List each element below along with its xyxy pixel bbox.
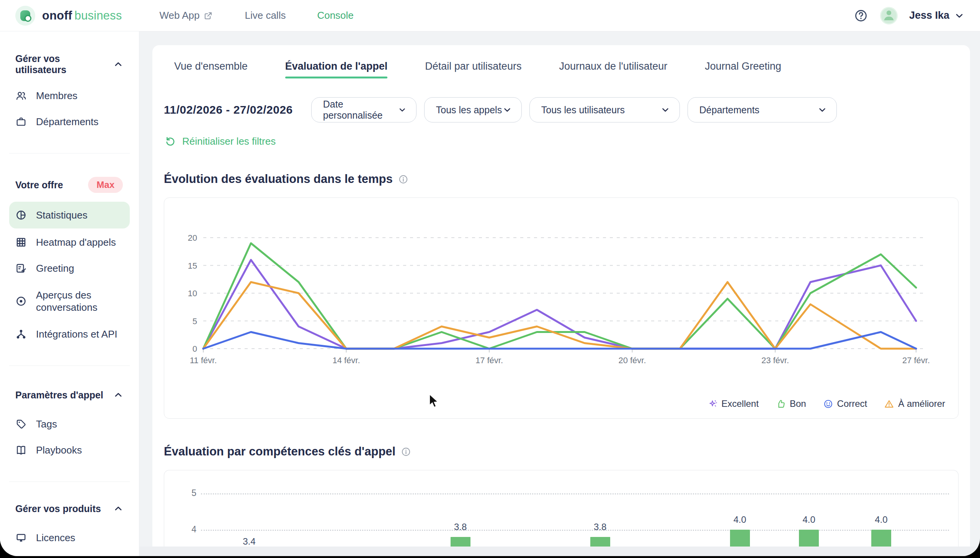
legend-item-correct: Correct <box>823 399 867 409</box>
chevron-up-icon <box>113 503 124 514</box>
avatar[interactable] <box>880 7 898 25</box>
nav-link-live-calls[interactable]: Live calls <box>245 10 286 21</box>
user-name: Jess Ika <box>909 10 949 21</box>
nav-label: Console <box>317 10 353 21</box>
sidebar-item-tags[interactable]: Tags <box>9 412 130 436</box>
dropdown-value: Départements <box>699 105 760 116</box>
tab-journal-greeting[interactable]: Journal Greeting <box>705 61 781 79</box>
svg-text:14 févr.: 14 févr. <box>332 356 360 365</box>
sidebar-heading[interactable]: Paramètres d'appel <box>9 389 130 401</box>
logo[interactable]: onoffbusiness <box>15 6 122 26</box>
offer-badge: Max <box>88 177 123 193</box>
svg-text:0: 0 <box>192 344 197 354</box>
tab-journaux-de-l-utilisateur[interactable]: Journaux de l'utilisateur <box>559 61 667 79</box>
chevron-down-icon <box>954 10 965 21</box>
reset-icon <box>164 136 176 147</box>
logo-text: onoffbusiness <box>42 9 122 23</box>
evolution-section-title: Évolution des évaluations dans le temps <box>164 172 959 186</box>
main-area: Vue d'ensembleÉvaluation de l'appelDétai… <box>140 31 980 556</box>
legend-item-bon: Bon <box>776 399 806 409</box>
sidebar: Gérer vos utilisateursMembresDépartement… <box>0 31 140 556</box>
svg-text:27 févr.: 27 févr. <box>902 356 930 365</box>
sidebar-item-label: Départements <box>36 116 98 128</box>
skills-title-text: Évaluation par compétences clés d'appel <box>164 445 396 458</box>
sidebar-divider <box>9 366 130 366</box>
reset-filters-button[interactable]: Réinitialiser les filtres <box>164 132 276 151</box>
dropdown-value: Date personnalisée <box>323 99 398 121</box>
sidebar-item-apercus-des-conversations[interactable]: Aperçus des conversations <box>9 282 130 320</box>
bottom-strip <box>140 547 980 556</box>
info-icon[interactable] <box>398 174 409 184</box>
sidebar-item-label: Playbooks <box>36 444 82 456</box>
user-menu[interactable]: Jess Ika <box>909 10 965 21</box>
nav-label: Web App <box>159 10 199 21</box>
help-icon[interactable] <box>853 8 868 23</box>
dropdown-tous-les-appels[interactable]: Tous les appels <box>424 97 522 123</box>
sidebar-heading-label: Paramètres d'appel <box>15 390 103 401</box>
sidebar-item-label: Intégrations et API <box>36 328 117 341</box>
tab-detail-par-utilisateurs[interactable]: Détail par utilisateurs <box>425 61 521 79</box>
sidebar-heading[interactable]: Votre offreMax <box>9 179 130 191</box>
gridline <box>201 493 949 494</box>
info-icon[interactable] <box>401 446 411 457</box>
sidebar-item-membres[interactable]: Membres <box>9 84 130 108</box>
chart-legend: ExcellentBonCorrectÀ améliorer <box>708 399 946 409</box>
tab-vue-d-ensemble[interactable]: Vue d'ensemble <box>174 61 248 79</box>
filters-row: 11/02/2026 - 27/02/2026 Date personnalis… <box>164 97 959 123</box>
sidebar-item-label: Membres <box>36 90 77 102</box>
line-chart-canvas: 0510152011 févr.14 févr.17 févr.20 févr.… <box>164 198 958 418</box>
legend-item-excellent: Excellent <box>708 399 759 409</box>
sidebar-heading-label: Votre offre <box>15 179 63 190</box>
sidebar-item-statistiques[interactable]: Statistiques <box>9 202 130 228</box>
sidebar-item-label: Aperçus des conversations <box>36 289 124 314</box>
sidebar-heading[interactable]: Gérer vos utilisateurs <box>9 58 130 71</box>
tab-evaluation-de-l-appel[interactable]: Évaluation de l'appel <box>285 61 387 79</box>
svg-text:17 févr.: 17 févr. <box>476 356 503 365</box>
chevron-up-icon <box>113 59 124 70</box>
evolution-title-text: Évolution des évaluations dans le temps <box>164 172 393 186</box>
skills-section-title: Évaluation par compétences clés d'appel <box>164 445 959 458</box>
nav-link-console[interactable]: Console <box>317 10 353 21</box>
sidebar-item-playbooks[interactable]: Playbooks <box>9 438 130 462</box>
tab-label: Journal Greeting <box>705 61 781 72</box>
legend-item-a-ameliorer: À améliorer <box>884 399 945 409</box>
sidebar-item-label: Tags <box>36 418 57 430</box>
sidebar-item-heatmap-d-appels[interactable]: Heatmap d'appels <box>9 230 130 254</box>
dropdown-tous-les-utilisateurs[interactable]: Tous les utilisateurs <box>529 97 680 123</box>
mouse-cursor <box>428 394 441 409</box>
sidebar-heading[interactable]: Gérer vos produits <box>9 502 130 515</box>
reset-label: Réinitialiser les filtres <box>182 136 276 147</box>
warning-icon <box>884 399 894 409</box>
sidebar-item-integrations-et-api[interactable]: Intégrations et API <box>9 322 130 346</box>
legend-label: Bon <box>790 399 806 409</box>
sidebar-item-greeting[interactable]: Greeting <box>9 256 130 281</box>
header-nav: Web AppLive callsConsole <box>159 10 353 21</box>
help-icon <box>854 9 868 23</box>
bar-value-label: 4.0 <box>723 514 757 525</box>
tab-label: Détail par utilisateurs <box>425 61 521 72</box>
briefcase-icon <box>15 116 27 128</box>
greeting-icon <box>15 263 27 274</box>
reset-icon <box>164 136 176 147</box>
info-icon <box>398 174 409 184</box>
dropdown-date-personnalisee[interactable]: Date personnalisée <box>311 97 417 123</box>
date-range-label: 11/02/2026 - 27/02/2026 <box>164 103 293 117</box>
sidebar-item-licences[interactable]: Licences <box>9 525 130 550</box>
sidebar-item-departements[interactable]: Départements <box>9 110 130 134</box>
sidebar-section: Gérer vos produitsLicences <box>0 502 139 550</box>
legend-label: Correct <box>837 399 867 409</box>
bar-value-label: 3.8 <box>583 522 617 532</box>
nav-link-web-app[interactable]: Web App <box>159 10 213 21</box>
pie-chart-icon <box>15 209 27 221</box>
sidebar-item-label: Licences <box>36 532 76 544</box>
sidebar-section: Paramètres d'appelTagsPlaybooks <box>0 389 139 462</box>
svg-text:20: 20 <box>188 233 197 243</box>
sidebar-divider <box>9 481 130 482</box>
thumbs-up-icon <box>776 399 786 409</box>
bar-value-label: 4.0 <box>864 514 898 525</box>
app-header: onoffbusiness Web AppLive callsConsole J… <box>0 0 980 31</box>
tab-label: Évaluation de l'appel <box>285 61 387 72</box>
onoff-logo-icon <box>15 6 35 26</box>
dropdown-departements[interactable]: Départements <box>688 97 837 123</box>
tab-label: Vue d'ensemble <box>174 61 248 72</box>
